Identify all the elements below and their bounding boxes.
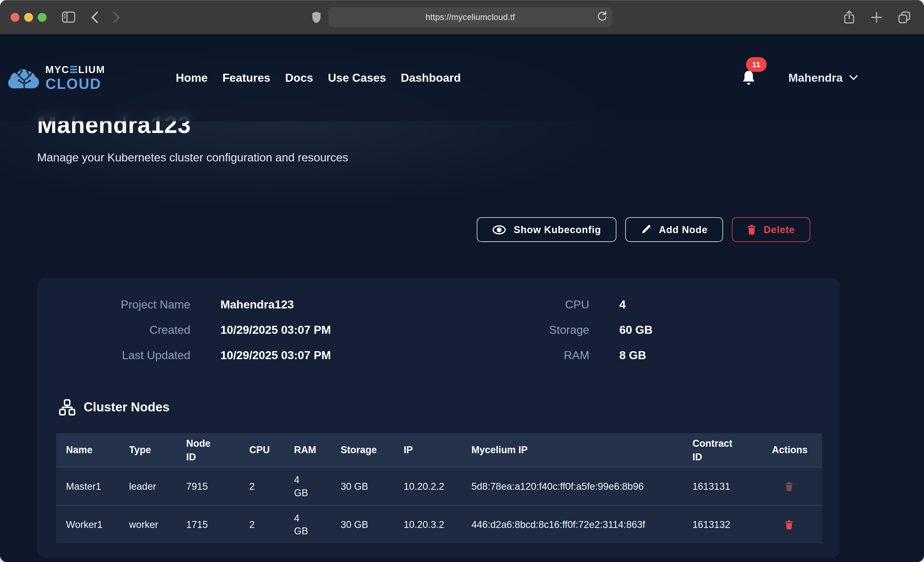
cell-actions (762, 481, 822, 491)
address-bar[interactable]: https://myceliumcloud.tf (328, 7, 612, 27)
notification-badge: 11 (746, 57, 766, 72)
ram-label: RAM (450, 348, 590, 362)
project-info-left: Project NameMahendra123 Created10/29/202… (38, 298, 444, 374)
brand-bottom-line: CLOUD (45, 76, 105, 91)
notifications-button[interactable]: 11 (741, 69, 756, 86)
storage-value: 60 GB (620, 323, 652, 336)
cell-ip: 10.20.3.2 (394, 518, 461, 531)
cell-contract-id: 1613132 (682, 518, 762, 531)
brand-wordmark: MYCLIUM CLOUD (45, 64, 105, 91)
trash-icon (785, 520, 793, 529)
cell-storage: 30 GB (331, 518, 394, 531)
shield-icon[interactable] (312, 11, 321, 23)
cell-ram: 4 GB (284, 511, 331, 537)
back-icon[interactable] (91, 11, 99, 23)
cell-node-id: 1715 (176, 518, 239, 531)
project-name-label: Project Name (38, 298, 190, 311)
cpu-value: 4 (620, 298, 626, 311)
cell-ip: 10.20.2.2 (394, 480, 461, 493)
cluster-nodes-table: Name Type Node ID CPU RAM Storage IP Myc… (56, 433, 822, 543)
add-node-button[interactable]: Add Node (625, 217, 723, 242)
table-header-row: Name Type Node ID CPU RAM Storage IP Myc… (56, 433, 822, 467)
nav-link-use-cases[interactable]: Use Cases (328, 71, 386, 85)
close-window-button[interactable] (10, 13, 19, 21)
cloud-logo-icon (8, 65, 40, 90)
trash-icon (747, 224, 756, 235)
cell-node-id: 7915 (176, 480, 239, 493)
ram-value: 8 GB (620, 348, 646, 362)
share-icon[interactable] (843, 10, 856, 24)
screen: https://myceliumcloud.tf (0, 0, 924, 562)
show-kubeconfig-button[interactable]: Show Kubeconfig (477, 217, 616, 242)
site-navbar: MYCLIUM CLOUD Home Features Docs Use Cas… (0, 34, 924, 121)
sidebar-toggle-icon[interactable] (62, 11, 75, 23)
last-updated-value: 10/29/2025 03:07 PM (220, 348, 331, 362)
cell-type: leader (119, 480, 176, 493)
col-storage: Storage (331, 443, 394, 456)
project-name-value: Mahendra123 (220, 298, 294, 311)
col-mycelium-ip: Mycelium IP (461, 443, 682, 456)
reload-icon[interactable] (597, 10, 607, 22)
brand-top-line: MYCLIUM (45, 64, 105, 75)
eye-icon (492, 225, 506, 235)
browser-toolbar: https://myceliumcloud.tf (0, 0, 924, 34)
forward-icon[interactable] (112, 11, 120, 23)
col-ram: RAM (284, 443, 331, 456)
cell-cpu: 2 (239, 518, 284, 531)
nav-link-dashboard[interactable]: Dashboard (401, 71, 461, 85)
cell-storage: 30 GB (331, 480, 394, 493)
col-name: Name (56, 443, 119, 456)
traffic-lights (10, 13, 46, 21)
last-updated-label: Last Updated (38, 348, 190, 362)
project-info-right: CPU4 Storage60 GB RAM8 GB (450, 298, 816, 374)
delete-node-button[interactable] (785, 481, 793, 491)
created-label: Created (38, 323, 190, 336)
cluster-actions: Show Kubeconfig Add Node (477, 217, 810, 242)
cell-ram: 4 GB (284, 473, 331, 499)
created-value: 10/29/2025 03:07 PM (220, 323, 331, 336)
chevron-down-icon (849, 75, 858, 81)
cpu-label: CPU (450, 298, 590, 311)
stylized-e-glyph (70, 66, 78, 73)
user-menu[interactable]: Mahendra (788, 71, 858, 85)
address-bar-url: https://myceliumcloud.tf (426, 12, 515, 22)
cell-name: Master1 (56, 480, 119, 493)
cell-actions (762, 520, 822, 529)
cell-type: worker (119, 518, 176, 531)
nav-links: Home Features Docs Use Cases Dashboard (176, 71, 460, 85)
col-cpu: CPU (239, 443, 284, 456)
nav-link-home[interactable]: Home (176, 71, 208, 85)
trash-icon (785, 481, 793, 491)
bell-icon (741, 69, 756, 86)
browser-window: https://myceliumcloud.tf (0, 0, 924, 562)
col-actions: Actions (762, 443, 822, 456)
user-name: Mahendra (788, 71, 843, 85)
cell-name: Worker1 (56, 518, 119, 531)
cell-contract-id: 1613131 (682, 480, 762, 493)
storage-label: Storage (450, 323, 590, 336)
hierarchy-icon (59, 399, 75, 416)
nav-link-features[interactable]: Features (222, 71, 270, 85)
cluster-nodes-heading: Cluster Nodes (59, 399, 170, 416)
table-row-worker1: Worker1 worker 1715 2 4 GB 30 GB 10.20.3… (56, 505, 822, 543)
col-ip: IP (394, 443, 461, 456)
web-page: Mahendra123 Manage your Kubernetes clust… (0, 34, 924, 562)
delete-node-button[interactable] (785, 520, 793, 529)
brand-logo[interactable]: MYCLIUM CLOUD (8, 64, 105, 91)
cell-mycelium-ip: 5d8:78ea:a120:f40c:ff0f:a5fe:99e6:8b96 (461, 480, 682, 493)
minimize-window-button[interactable] (24, 13, 33, 21)
pencil-icon (640, 224, 651, 235)
col-node-id: Node ID (176, 437, 239, 463)
cell-mycelium-ip: 446:d2a6:8bcd:8c16:ff0f:72e2:3114:863f (461, 518, 682, 531)
delete-cluster-button[interactable]: Delete (732, 217, 810, 242)
zoom-window-button[interactable] (38, 13, 46, 21)
table-row-master1: Master1 leader 7915 2 4 GB 30 GB 10.20.2… (56, 467, 822, 505)
project-card: Project NameMahendra123 Created10/29/202… (38, 278, 839, 558)
col-contract-id: Contract ID (682, 437, 762, 463)
cell-cpu: 2 (239, 480, 284, 493)
tab-overview-icon[interactable] (898, 10, 911, 24)
nav-link-docs[interactable]: Docs (285, 71, 314, 85)
page-subtitle: Manage your Kubernetes cluster configura… (37, 151, 348, 164)
col-type: Type (119, 443, 176, 456)
new-tab-icon[interactable] (870, 10, 883, 24)
